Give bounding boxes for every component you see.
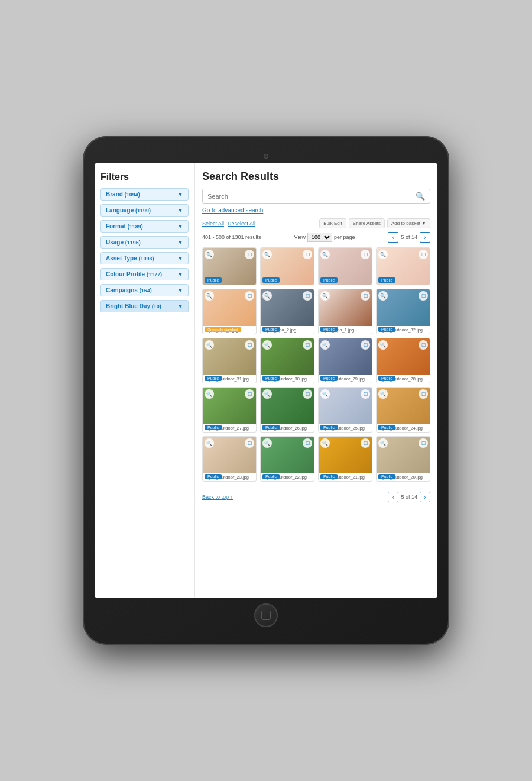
zoom-icon-19[interactable]: 🔍 [320, 438, 330, 448]
filter-arrow-brand: ▼ [177, 191, 183, 198]
select-icon-6[interactable]: ☐ [303, 291, 312, 301]
zoom-icon-15[interactable]: 🔍 [320, 389, 330, 399]
zoom-icon-12[interactable]: 🔍 [378, 340, 388, 350]
image-overlay-9: 🔍 ☐ [205, 340, 254, 350]
bottom-prev-page-button[interactable]: ‹ [388, 492, 398, 502]
sidebar-item-campaigns[interactable]: Campaigns (164) ▼ [100, 284, 189, 296]
image-card-3[interactable]: 🔍 ☐ Public [318, 247, 372, 285]
select-icon-16[interactable]: ☐ [419, 389, 428, 399]
view-label: View [294, 234, 306, 240]
image-card-7[interactable]: 🔍 ☐ Public Wynn_Spa_1.jpg [318, 289, 372, 334]
select-icon-4[interactable]: ☐ [419, 250, 428, 259]
image-overlay-8: 🔍 ☐ [378, 291, 428, 301]
search-icon[interactable]: 🔍 [416, 192, 425, 201]
zoom-icon-7[interactable]: 🔍 [320, 291, 330, 301]
image-card-4[interactable]: 🔍 ☐ Public [376, 247, 430, 285]
sidebar-item-language[interactable]: Language (1199) ▼ [100, 204, 189, 217]
image-card-9[interactable]: 🔍 ☐ Public Wynn_Outdoor_31.jpg [202, 338, 257, 383]
zoom-icon-5[interactable]: 🔍 [205, 291, 214, 301]
image-card-2[interactable]: 🔍 ☐ Public [260, 247, 314, 285]
sidebar-filters: Filters Brand (1094) ▼ Language (1199) ▼… [95, 163, 195, 598]
next-page-button[interactable]: › [420, 232, 430, 243]
zoom-icon-18[interactable]: 🔍 [262, 438, 272, 448]
zoom-icon-10[interactable]: 🔍 [262, 340, 272, 350]
status-badge-11: Public [320, 376, 338, 381]
zoom-icon-3[interactable]: 🔍 [320, 250, 330, 259]
filter-arrow-campaigns: ▼ [177, 287, 183, 293]
status-badge-1: Public [205, 277, 222, 283]
image-card-11[interactable]: 🔍 ☐ Public Wynn_Outdoor_29.jpg [318, 338, 372, 383]
home-button[interactable] [254, 604, 278, 627]
image-overlay-4: 🔍 ☐ [378, 250, 428, 259]
image-overlay-11: 🔍 ☐ [320, 340, 370, 350]
image-card-20[interactable]: 🔍 ☐ Public Wynn_Outdoor_20.jpg [376, 436, 430, 482]
select-all-button[interactable]: Select All [202, 221, 224, 227]
select-icon-11[interactable]: ☐ [361, 340, 370, 350]
image-card-18[interactable]: 🔍 ☐ Public Wynn_Outdoor_22.jpg [260, 436, 314, 482]
zoom-icon-2[interactable]: 🔍 [262, 250, 272, 259]
select-icon-15[interactable]: ☐ [361, 389, 370, 399]
zoom-icon-17[interactable]: 🔍 [205, 438, 214, 448]
search-input[interactable] [207, 193, 416, 200]
zoom-icon-4[interactable]: 🔍 [378, 250, 388, 259]
page-title: Search Results [202, 170, 430, 183]
select-icon-9[interactable]: ☐ [245, 340, 254, 350]
image-overlay-12: 🔍 ☐ [378, 340, 428, 350]
sidebar-item-colour-profile[interactable]: Colour Profile (1177) ▼ [100, 268, 189, 280]
zoom-icon-9[interactable]: 🔍 [205, 340, 214, 350]
share-assets-button[interactable]: Share Assets [349, 218, 385, 228]
sidebar-item-asset-type[interactable]: Asset Type (1093) ▼ [100, 252, 189, 264]
zoom-icon-1[interactable]: 🔍 [205, 250, 214, 259]
select-icon-13[interactable]: ☐ [245, 389, 254, 399]
zoom-icon-8[interactable]: 🔍 [378, 291, 388, 301]
zoom-icon-20[interactable]: 🔍 [378, 438, 388, 448]
image-card-15[interactable]: 🔍 ☐ Public Wynn_Outdoor_25.jpg [318, 387, 372, 433]
sidebar-item-usage[interactable]: Usage (1196) ▼ [100, 236, 189, 248]
bottom-next-page-button[interactable]: › [420, 492, 430, 502]
select-icon-12[interactable]: ☐ [419, 340, 428, 350]
select-icon-19[interactable]: ☐ [361, 438, 370, 448]
select-icon-14[interactable]: ☐ [303, 389, 312, 399]
zoom-icon-16[interactable]: 🔍 [378, 389, 388, 399]
zoom-icon-11[interactable]: 🔍 [320, 340, 330, 350]
select-icon-8[interactable]: ☐ [419, 291, 428, 301]
select-icon-18[interactable]: ☐ [303, 438, 312, 448]
back-to-top-link[interactable]: Back to top ↑ [202, 494, 233, 500]
select-icon-17[interactable]: ☐ [245, 438, 254, 448]
zoom-icon-6[interactable]: 🔍 [262, 291, 272, 301]
image-overlay-19: 🔍 ☐ [320, 438, 370, 448]
select-icon-10[interactable]: ☐ [303, 340, 312, 350]
sidebar-item-format[interactable]: Format (1189) ▼ [100, 220, 189, 233]
status-badge-3: Public [320, 277, 338, 283]
select-icon-5[interactable]: ☐ [245, 291, 254, 301]
image-card-14[interactable]: 🔍 ☐ Public Wynn_Outdoor_26.jpg [260, 387, 314, 433]
prev-page-button[interactable]: ‹ [388, 232, 398, 243]
select-icon-2[interactable]: ☐ [303, 250, 312, 259]
advanced-search-link[interactable]: Go to advanced search [202, 207, 430, 214]
sidebar-item-brand[interactable]: Brand (1094) ▼ [100, 188, 189, 201]
image-card-16[interactable]: 🔍 ☐ Public Wynn_Outdoor_24.jpg [376, 387, 430, 433]
zoom-icon-13[interactable]: 🔍 [205, 389, 214, 399]
results-count: 401 - 500 of 1301 results [202, 234, 261, 240]
image-card-19[interactable]: 🔍 ☐ Public Wynn_Outdoor_21.jpg [318, 436, 372, 482]
sidebar-item-bright-blue-day[interactable]: Bright Blue Day (10) ▼ [100, 300, 189, 312]
select-icon-20[interactable]: ☐ [419, 438, 428, 448]
bulk-edit-button[interactable]: Bulk Edit [319, 218, 346, 228]
select-icon-3[interactable]: ☐ [361, 250, 370, 259]
select-icon-1[interactable]: ☐ [245, 250, 254, 259]
image-card-1[interactable]: 🔍 ☐ Public [202, 247, 257, 285]
image-card-5[interactable]: 🔍 ☐ Orderable standard Wynn_Spa_3.jpg [202, 289, 257, 334]
add-to-basket-button[interactable]: Add to basket ▼ [387, 218, 430, 228]
zoom-icon-14[interactable]: 🔍 [262, 389, 272, 399]
deselect-all-button[interactable]: Deselect All [228, 221, 255, 227]
image-card-6[interactable]: 🔍 ☐ Public Wynn_Spa_2.jpg [260, 289, 314, 334]
image-card-13[interactable]: 🔍 ☐ Public Wynn_Outdoor_27.jpg [202, 387, 257, 433]
select-icon-7[interactable]: ☐ [361, 291, 370, 301]
status-badge-20: Public [378, 474, 395, 479]
filter-arrow-bright-blue-day: ▼ [177, 303, 183, 309]
image-card-10[interactable]: 🔍 ☐ Public Wynn_Outdoor_30.jpg [260, 338, 314, 383]
image-card-8[interactable]: 🔍 ☐ Public Wynn_Outdoor_32.jpg [376, 289, 430, 334]
image-card-17[interactable]: 🔍 ☐ Public Wynn_Outdoor_23.jpg [202, 436, 257, 482]
image-card-12[interactable]: 🔍 ☐ Public Wynn_Outdoor_28.jpg [376, 338, 430, 383]
per-page-select[interactable]: 100 50 25 [307, 233, 332, 242]
